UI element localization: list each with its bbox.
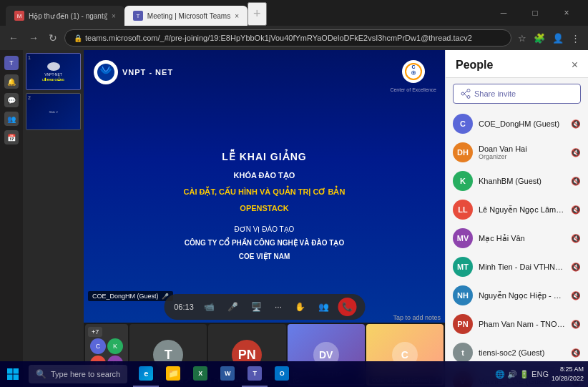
person-info-mt: Minh Tien - Dai VTHNI (Gue...	[479, 263, 565, 271]
address-bar: ← → ↻ 🔒 teams.microsoft.com/_#/pre-joini…	[0, 26, 588, 50]
teams-favicon: T	[133, 11, 143, 21]
person-item-khanh[interactable]: K KhanhBM (Guest) 🔇	[446, 167, 588, 195]
mute-button[interactable]: 🎤	[223, 300, 242, 314]
minimize-button[interactable]: ─	[488, 0, 519, 26]
slide-thumbnail-panel: 1 VNPT-NET LỄ KHAI GIẢNG 2 Slide 2	[23, 50, 84, 387]
battery-icon: 🔋	[519, 370, 529, 379]
address-input[interactable]: 🔒 teams.microsoft.com/_#/pre-joining/19:…	[64, 29, 511, 46]
person-item-doanvanhai[interactable]: DH Doan Van Hai Organizer 🔇	[446, 138, 588, 167]
new-tab-button[interactable]: +	[248, 2, 267, 26]
tab-bar: M Hộp thư đến (1) - ngant@coe... × T Mee…	[0, 0, 588, 26]
taskbar-app-edge[interactable]: e	[133, 361, 159, 387]
person-mic-ll: 🔇	[571, 205, 581, 215]
settings-icon[interactable]: ⋮	[569, 31, 582, 46]
person-avatar-pn: PN	[453, 314, 473, 334]
person-item-coe[interactable]: C COE_DongHM (Guest) 🔇	[446, 109, 588, 138]
tab-teams-close[interactable]: ×	[235, 12, 239, 20]
person-mic-coe: 🔇	[571, 119, 581, 129]
sidebar-calendar-icon[interactable]: 📅	[4, 130, 19, 144]
person-avatar-ll: LL	[453, 200, 473, 220]
person-item-ll[interactable]: LL Lê Nguyễn Ngọc Lâm - SNO... 🔇	[446, 195, 588, 224]
svg-text:C: C	[411, 64, 415, 69]
taskbar: 🔍 Type here to search e 📁 X W T O 🌐 🔊 🔋 …	[0, 361, 588, 387]
coe-label: Center of Excellence	[390, 87, 436, 92]
tab-email[interactable]: M Hộp thư đến (1) - ngant@coe... ×	[6, 6, 124, 26]
presentation-view: VNPT - NET C ⓔ Center of Excell	[84, 50, 445, 323]
sidebar-activity-icon[interactable]: 🔔	[4, 74, 19, 89]
slide-highlight: CÀI ĐẶT, CẤU HÌNH VÀ QUẢN TRỊ CƠ BẢN	[184, 187, 346, 197]
mini-avatar-2: K	[107, 338, 123, 354]
taskbar-right: 🌐 🔊 🔋 ENG 8:25 AM 10/28/2022	[491, 365, 588, 383]
back-button[interactable]: ←	[6, 29, 21, 46]
slide-thumb-2[interactable]: 2 Slide 2	[26, 93, 81, 130]
tab-email-close[interactable]: ×	[112, 12, 116, 20]
volume-icon: 🔊	[507, 370, 517, 379]
sidebar-chat-icon[interactable]: 💬	[4, 93, 19, 107]
taskbar-app-word[interactable]: W	[215, 361, 240, 387]
reactions-button[interactable]: ✋	[290, 300, 310, 314]
address-text: teams.microsoft.com/_#/pre-joining/19:E8…	[85, 34, 472, 42]
plus-count-badge: +7	[88, 327, 102, 337]
taskbar-time-display: 8:25 AM	[552, 365, 584, 374]
lock-icon: 🔒	[74, 34, 82, 42]
person-item-mv[interactable]: MV Mạc Hải Vân 🔇	[446, 224, 588, 253]
person-name-doanvanhai: Doan Van Hai	[479, 144, 565, 153]
more-button[interactable]: ···	[270, 300, 286, 314]
main-content: T 🔔 💬 👥 📅 1 VNPT-NET LỄ KHAI GIẢNG 2 Sli…	[0, 50, 588, 387]
slide-highlight2: OPENSTACK	[240, 204, 288, 212]
svg-rect-11	[7, 368, 13, 374]
person-info-ll: Lê Nguyễn Ngọc Lâm - SNO...	[479, 205, 565, 215]
outlook-icon: O	[275, 366, 289, 381]
svg-rect-13	[7, 375, 13, 381]
person-item-nh[interactable]: NH Nguyễn Ngọc Hiệp - Đài VT... 🔇	[446, 281, 588, 310]
meeting-timer: 06:13	[172, 303, 195, 311]
extensions-icon[interactable]: 🧩	[531, 31, 547, 46]
taskbar-app-explorer[interactable]: 📁	[160, 361, 186, 387]
camera-button[interactable]: 📹	[200, 300, 219, 314]
forward-button[interactable]: →	[26, 29, 41, 46]
person-info-coe: COE_DongHM (Guest)	[479, 119, 565, 128]
taskbar-search[interactable]: 🔍 Type here to search	[29, 365, 127, 383]
person-mic-doanvanhai: 🔇	[571, 148, 581, 157]
taskbar-app-excel[interactable]: X	[187, 361, 213, 387]
participants-button[interactable]: 👥	[314, 300, 333, 314]
people-panel-header: People ×	[446, 50, 588, 78]
explorer-icon: 📁	[166, 366, 180, 381]
taskbar-system-icons: 🌐 🔊 🔋 ENG	[495, 370, 549, 379]
sidebar-teams-icon[interactable]: T	[4, 56, 19, 70]
share-button[interactable]: 🖥️	[247, 300, 266, 314]
word-icon: W	[220, 366, 235, 381]
leave-button[interactable]: 📞	[338, 298, 356, 316]
restore-button[interactable]: □	[519, 0, 551, 26]
person-name-ll: Lê Nguyễn Ngọc Lâm - SNO...	[479, 205, 565, 215]
vnpt-text: VNPT - NET	[122, 68, 173, 77]
windows-logo-icon	[6, 368, 19, 381]
person-item-pn[interactable]: PN Pham Van Nam - TNOC2 (G... 🔇	[446, 310, 588, 338]
svg-point-7	[467, 96, 470, 99]
person-item-mt[interactable]: MT Minh Tien - Dai VTHNI (Gue... 🔇	[446, 253, 588, 281]
slide-notes: Tap to add notes	[388, 313, 445, 323]
share-invite-button[interactable]: Share invite	[453, 84, 581, 104]
vnpt-logo: VNPT - NET	[92, 59, 173, 86]
taskbar-app-outlook[interactable]: O	[269, 361, 295, 387]
sidebar-teams-nav-icon[interactable]: 👥	[4, 112, 19, 126]
people-panel-close-button[interactable]: ×	[572, 59, 578, 72]
person-name-pn: Pham Van Nam - TNOC2 (G...	[479, 320, 565, 328]
person-info-nh: Nguyễn Ngọc Hiệp - Đài VT...	[479, 291, 565, 300]
mini-avatar-1: C	[90, 338, 106, 354]
slide-unit-label: ĐƠN VỊ ĐÀO TẠO	[235, 225, 295, 233]
taskbar-search-placeholder: Type here to search	[51, 370, 120, 378]
tab-teams[interactable]: T Meeting | Microsoft Teams ×	[124, 6, 248, 26]
slide-thumb-1[interactable]: 1 VNPT-NET LỄ KHAI GIẢNG	[26, 53, 81, 90]
bookmark-icon[interactable]: ☆	[516, 31, 529, 46]
reload-button[interactable]: ↻	[46, 29, 60, 46]
taskbar-app-teams[interactable]: T	[242, 361, 268, 387]
profile-icon[interactable]: 👤	[550, 31, 566, 46]
person-name-mt: Minh Tien - Dai VTHNI (Gue...	[479, 263, 565, 271]
search-icon: 🔍	[36, 369, 46, 379]
start-button[interactable]	[0, 361, 26, 387]
person-name-tiensi: tiensi-soc2 (Guest)	[479, 348, 565, 357]
share-invite-label: Share invite	[474, 89, 516, 98]
close-button[interactable]: ×	[551, 0, 582, 26]
people-panel: People × Share invite C COE_DongHM (Gues…	[445, 50, 588, 387]
